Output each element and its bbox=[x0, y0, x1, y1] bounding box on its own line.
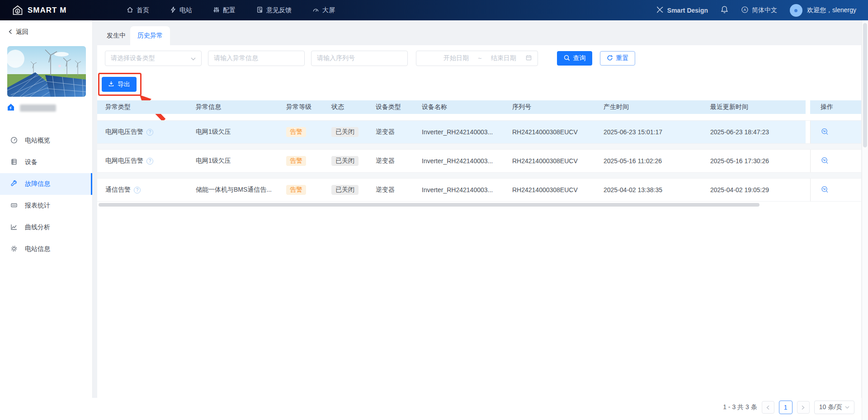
back-button[interactable]: 返回 bbox=[0, 20, 92, 36]
sliders-icon bbox=[213, 6, 220, 14]
table-body: 电网电压告警 ? 电网1级欠压 告警 已关闭 逆变器 Inverter_RH24… bbox=[97, 120, 861, 202]
cell-anomaly-info: 储能一体机与BMS通信告... bbox=[196, 186, 286, 194]
brand-name: SMART M bbox=[28, 6, 66, 15]
serial-number-input[interactable]: 请输入序列号 bbox=[311, 51, 408, 66]
sidebar-item-reports[interactable]: 报表统计 bbox=[0, 195, 92, 217]
chevron-down-icon bbox=[191, 55, 196, 62]
page-size-select[interactable]: 10 条/页 bbox=[814, 401, 854, 414]
level-badge: 告警 bbox=[286, 156, 306, 166]
nav-item-station[interactable]: 电站 bbox=[170, 6, 192, 14]
nav-item-feedback[interactable]: 意见反馈 bbox=[256, 6, 292, 14]
anomaly-info-input[interactable]: 请输入异常信息 bbox=[208, 51, 305, 66]
horizontal-scrollbar[interactable] bbox=[99, 203, 760, 207]
filter-row: 请选择设备类型 请输入异常信息 请输入序列号 开始日期 ~ 结束日期 bbox=[97, 51, 861, 66]
col-serial: 序列号 bbox=[512, 103, 604, 111]
vertical-scrollbar-thumb[interactable] bbox=[863, 23, 867, 147]
device-type-select[interactable]: 请选择设备类型 bbox=[105, 51, 202, 66]
sidebar-item-station-overview[interactable]: 电站概览 bbox=[0, 130, 92, 151]
table-header: 异常类型 异常信息 异常等级 状态 设备类型 设备名称 序列号 产生时间 最近更… bbox=[97, 100, 861, 114]
table-row[interactable]: 电网电压告警 ? 电网1级欠压 告警 已关闭 逆变器 Inverter_RH24… bbox=[97, 120, 861, 144]
cell-created-time: 2025-05-16 11:02:26 bbox=[604, 157, 710, 165]
cell-serial: RH24214000308EUCV bbox=[512, 157, 604, 165]
reset-button[interactable]: 重置 bbox=[600, 51, 635, 66]
cell-serial: RH24214000308EUCV bbox=[512, 128, 604, 136]
cell-serial: RH24214000308EUCV bbox=[512, 186, 604, 193]
export-button[interactable]: 导出 bbox=[102, 77, 137, 92]
feedback-doc-icon bbox=[256, 6, 263, 14]
date-range-picker[interactable]: 开始日期 ~ 结束日期 bbox=[416, 51, 538, 66]
download-icon bbox=[108, 80, 114, 88]
nav-label-home: 首页 bbox=[137, 6, 149, 14]
cell-updated-time: 2025-04-02 19:05:29 bbox=[710, 186, 806, 193]
avatar bbox=[790, 4, 802, 17]
query-label: 查询 bbox=[573, 54, 586, 62]
help-circle-icon[interactable]: ? bbox=[146, 129, 153, 136]
cell-anomaly-type: 电网电压告警 bbox=[105, 157, 143, 165]
main-content: 发生中 历史异常 请选择设备类型 请输入异常信息 请输入序列号 开始日期 ~ bbox=[93, 20, 862, 398]
tab-history-active[interactable]: 历史异常 bbox=[130, 26, 170, 45]
dashboard-gauge-icon bbox=[10, 137, 18, 145]
tab-ongoing[interactable]: 发生中 bbox=[101, 26, 132, 45]
help-circle-icon[interactable]: ? bbox=[146, 158, 153, 165]
view-detail-icon[interactable] bbox=[821, 128, 829, 136]
fixed-column-gap bbox=[806, 150, 810, 172]
nav-item-home[interactable]: 首页 bbox=[127, 6, 149, 14]
next-page-button[interactable] bbox=[797, 401, 810, 414]
lightning-icon bbox=[170, 6, 176, 14]
fixed-column-gap bbox=[806, 100, 810, 114]
export-label: 导出 bbox=[118, 80, 130, 89]
cell-device-name: Inverter_RH242140003... bbox=[422, 128, 512, 136]
topbar-right: Smart Design A 简体中文 欢迎您，slenergy bbox=[656, 4, 856, 17]
language-switcher[interactable]: A 简体中文 bbox=[741, 6, 777, 15]
date-end-placeholder: 结束日期 bbox=[491, 54, 516, 62]
table-row[interactable]: 通信告警 ? 储能一体机与BMS通信告... 告警 已关闭 逆变器 Invert… bbox=[97, 178, 861, 202]
vertical-scrollbar[interactable] bbox=[862, 20, 868, 420]
sidebar-item-station-info[interactable]: 电站信息 bbox=[0, 238, 92, 260]
date-separator: ~ bbox=[478, 55, 481, 62]
level-badge: 告警 bbox=[286, 127, 306, 137]
page-number: 1 bbox=[784, 404, 788, 411]
level-badge: 告警 bbox=[286, 185, 306, 195]
user-menu[interactable]: 欢迎您，slenergy bbox=[790, 4, 856, 17]
language-label: 简体中文 bbox=[752, 6, 777, 14]
notification-bell-icon[interactable] bbox=[721, 5, 728, 15]
smart-design-link[interactable]: Smart Design bbox=[656, 6, 708, 15]
query-button[interactable]: 查询 bbox=[557, 51, 592, 66]
report-bars-icon bbox=[10, 202, 18, 210]
view-detail-icon[interactable] bbox=[821, 186, 829, 194]
nav-item-config[interactable]: 配置 bbox=[213, 6, 236, 14]
view-detail-icon[interactable] bbox=[821, 157, 829, 165]
cell-anomaly-type: 通信告警 bbox=[105, 186, 131, 194]
help-circle-icon[interactable]: ? bbox=[134, 187, 141, 193]
station-name-redacted bbox=[20, 104, 56, 112]
sidebar-item-curve-analysis[interactable]: 曲线分析 bbox=[0, 217, 92, 238]
nav-label-station: 电站 bbox=[179, 6, 192, 14]
nav-item-bigscreen[interactable]: 大屏 bbox=[312, 6, 335, 14]
gauge-screen-icon bbox=[312, 6, 319, 14]
sidebar-item-devices[interactable]: 设备 bbox=[0, 151, 92, 173]
col-anomaly-level: 异常等级 bbox=[286, 103, 331, 111]
col-updated-time: 最近更新时间 bbox=[710, 103, 806, 111]
tab-history-label: 历史异常 bbox=[137, 32, 163, 40]
language-globe-icon: A bbox=[741, 6, 749, 15]
sidebar: 返回 bbox=[0, 20, 93, 398]
tab-ongoing-label: 发生中 bbox=[107, 32, 126, 40]
cell-device-type: 逆变器 bbox=[376, 157, 422, 165]
date-start-placeholder: 开始日期 bbox=[443, 54, 469, 62]
cell-updated-time: 2025-05-16 17:30:26 bbox=[710, 157, 806, 165]
table-row[interactable]: 电网电压告警 ? 电网1级欠压 告警 已关闭 逆变器 Inverter_RH24… bbox=[97, 149, 861, 173]
station-house-icon bbox=[6, 103, 15, 113]
cell-device-type: 逆变器 bbox=[376, 128, 422, 136]
calendar-icon bbox=[525, 54, 532, 62]
brand[interactable]: SMART M bbox=[12, 5, 110, 16]
fixed-column-gap bbox=[806, 121, 810, 143]
cell-anomaly-info: 电网1级欠压 bbox=[196, 157, 286, 165]
page-number-button[interactable]: 1 bbox=[779, 401, 793, 414]
smart-m-logo-icon bbox=[12, 5, 24, 16]
sidebar-item-fault-info[interactable]: 故障信息 bbox=[0, 173, 92, 195]
cell-anomaly-info: 电网1级欠压 bbox=[196, 128, 286, 136]
reset-label: 重置 bbox=[616, 54, 629, 62]
prev-page-button[interactable] bbox=[762, 401, 774, 414]
wrench-icon bbox=[10, 180, 18, 189]
nav-label-feedback: 意见反馈 bbox=[266, 6, 292, 14]
